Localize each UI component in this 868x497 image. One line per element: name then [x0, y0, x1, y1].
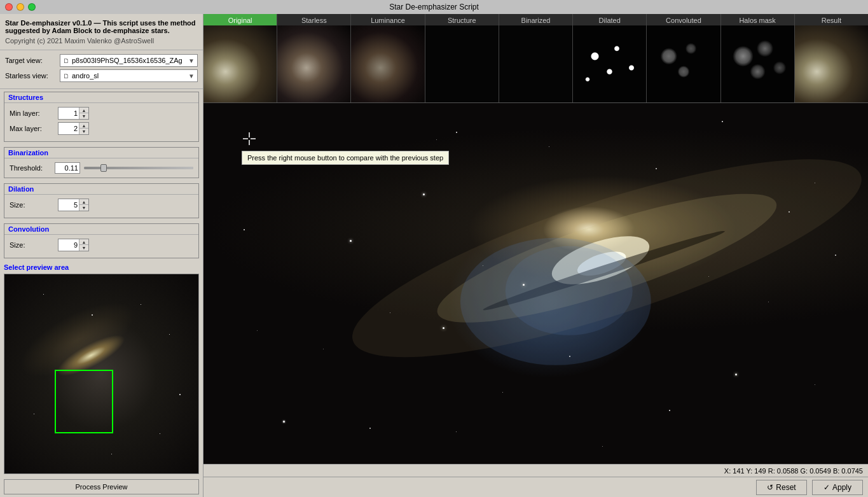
starless-view-file-icon: 🗋 — [63, 73, 69, 80]
target-view-row: Target view: 🗋 p8s003I9PhSQ_16536x16536_… — [5, 54, 198, 67]
tab-dilated-thumb — [573, 25, 646, 102]
structures-header: Structures — [4, 92, 198, 103]
preview-galaxy — [4, 274, 198, 473]
threshold-label: Threshold: — [10, 164, 51, 172]
dilation-size-label: Size: — [10, 201, 54, 209]
binarization-content: Threshold: — [4, 158, 198, 178]
dilation-header: Dilation — [4, 184, 198, 195]
tab-convoluted-thumb — [647, 25, 720, 102]
convolution-group: Convolution Size: 9 ▲ ▼ — [4, 223, 199, 258]
binarization-group: Binarization Threshold: — [4, 147, 199, 178]
min-layer-row: Min layer: 1 ▲ ▼ — [10, 107, 193, 120]
tab-convoluted[interactable]: Convoluted — [647, 14, 720, 102]
target-view-label: Target view: — [5, 57, 56, 64]
left-panel: Star De-emphasizer v0.1.0 — This script … — [0, 14, 203, 497]
tab-binarized-label: Binarized — [521, 14, 551, 25]
max-layer-value: 2 — [59, 125, 79, 132]
selection-rect[interactable] — [55, 370, 113, 433]
dilation-content: Size: 5 ▲ ▼ — [4, 195, 198, 218]
titlebar: Star De-emphasizer Script — [0, 0, 868, 14]
min-layer-decrement[interactable]: ▼ — [79, 113, 88, 119]
tab-halos-mask-label: Halos mask — [739, 14, 775, 25]
dilation-size-row: Size: 5 ▲ ▼ — [10, 199, 193, 211]
apply-label: Apply — [832, 483, 851, 492]
tab-binarized[interactable]: Binarized — [499, 14, 573, 102]
tab-starless[interactable]: Starless — [277, 14, 351, 102]
target-view-value: p8s003I9PhSQ_16536x16536_ZAg — [72, 57, 186, 64]
max-layer-spinner[interactable]: 2 ▲ ▼ — [58, 122, 89, 135]
convolution-spinner-btns: ▲ ▼ — [79, 239, 88, 251]
starless-view-label: Starless view: — [5, 72, 56, 80]
tab-halos-mask[interactable]: Halos mask — [721, 14, 795, 102]
max-layer-decrement[interactable]: ▼ — [79, 129, 88, 134]
right-area: Original Starless Luminance Structure Bi… — [203, 14, 868, 497]
galaxy-background — [203, 103, 868, 464]
reset-label: Reset — [776, 483, 796, 492]
preview-section: Select preview area — [4, 263, 199, 474]
starless-view-select[interactable]: 🗋 andro_sl ▼ — [60, 69, 198, 82]
convolution-size-label: Size: — [10, 241, 54, 249]
convolution-size-row: Size: 9 ▲ ▼ — [10, 239, 193, 251]
tab-dilated[interactable]: Dilated — [573, 14, 647, 102]
min-layer-value: 1 — [59, 109, 79, 117]
maximize-button[interactable] — [28, 3, 36, 11]
tab-structure-thumb — [425, 25, 499, 102]
coordinates-display: X: 141 Y: 149 R: 0.0588 G: 0.0549 B: 0.0… — [724, 467, 863, 475]
tabs-strip: Original Starless Luminance Structure Bi… — [203, 14, 868, 103]
reset-button[interactable]: ↺ Reset — [756, 480, 807, 495]
convolution-decrement[interactable]: ▼ — [79, 245, 88, 251]
app-title: Star De-emphasizer v0.1.0 — This script … — [5, 19, 198, 34]
status-bar: X: 141 Y: 149 R: 0.0588 G: 0.0549 B: 0.0… — [203, 464, 868, 477]
reset-icon: ↺ — [767, 483, 773, 492]
min-layer-spinner-btns: ▲ ▼ — [79, 108, 88, 119]
window-title: Star De-emphasizer Script — [389, 3, 479, 11]
dilation-increment[interactable]: ▲ — [79, 199, 88, 205]
tab-original-label: Original — [203, 14, 277, 25]
min-layer-label: Min layer: — [10, 109, 54, 117]
apply-icon: ✓ — [823, 483, 830, 492]
main-container: Star De-emphasizer v0.1.0 — This script … — [0, 14, 868, 497]
tab-structure-label: Structure — [448, 14, 476, 25]
main-image-view[interactable]: Press the right mouse button to compare … — [203, 103, 868, 464]
tab-dilated-label: Dilated — [599, 14, 621, 25]
convolution-content: Size: 9 ▲ ▼ — [4, 235, 198, 258]
max-layer-row: Max layer: 2 ▲ ▼ — [10, 122, 193, 135]
target-view-dropdown-icon: ▼ — [188, 57, 195, 64]
convolution-size-spinner[interactable]: 9 ▲ ▼ — [58, 239, 89, 251]
min-layer-spinner[interactable]: 1 ▲ ▼ — [58, 107, 89, 120]
window-controls[interactable] — [5, 3, 36, 11]
apply-button[interactable]: ✓ Apply — [812, 480, 863, 495]
tab-original[interactable]: Original — [203, 14, 277, 102]
minimize-button[interactable] — [17, 3, 24, 11]
close-button[interactable] — [5, 3, 13, 11]
binarization-header: Binarization — [4, 148, 198, 158]
threshold-thumb[interactable] — [100, 164, 107, 172]
threshold-input[interactable] — [55, 162, 80, 174]
dilation-decrement[interactable]: ▼ — [79, 205, 88, 211]
convolution-increment[interactable]: ▲ — [79, 239, 88, 245]
tab-binarized-thumb — [499, 25, 572, 102]
max-layer-increment[interactable]: ▲ — [79, 123, 88, 129]
convolution-size-value: 9 — [59, 241, 79, 249]
view-selectors: Target view: 🗋 p8s003I9PhSQ_16536x16536_… — [0, 50, 203, 89]
dilation-size-spinner[interactable]: 5 ▲ ▼ — [58, 199, 89, 211]
target-view-select[interactable]: 🗋 p8s003I9PhSQ_16536x16536_ZAg ▼ — [60, 54, 198, 67]
dilation-spinner-btns: ▲ ▼ — [79, 199, 88, 211]
dilation-group: Dilation Size: 5 ▲ ▼ — [4, 183, 199, 218]
tab-halos-mask-thumb — [721, 25, 794, 102]
tab-structure[interactable]: Structure — [425, 14, 499, 102]
preview-header: Select preview area — [4, 263, 199, 271]
max-layer-label: Max layer: — [10, 125, 54, 132]
preview-canvas[interactable] — [4, 274, 199, 474]
tab-result[interactable]: Result — [795, 14, 868, 102]
convolution-header: Convolution — [4, 224, 198, 235]
tab-luminance[interactable]: Luminance — [351, 14, 425, 102]
tab-starless-thumb — [277, 25, 350, 102]
process-preview-button[interactable]: Process Preview — [4, 479, 199, 494]
tab-result-label: Result — [822, 14, 841, 25]
threshold-slider[interactable] — [84, 167, 193, 169]
bottom-bar: ↺ Reset ✓ Apply — [203, 477, 868, 497]
structures-group: Structures Min layer: 1 ▲ ▼ Max layer: — [4, 92, 199, 142]
min-layer-increment[interactable]: ▲ — [79, 108, 88, 113]
tab-result-thumb — [795, 25, 868, 102]
